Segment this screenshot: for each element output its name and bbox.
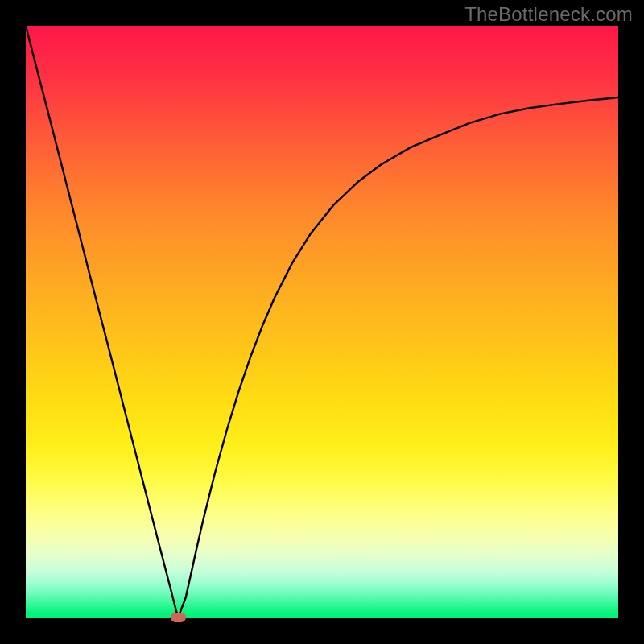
curve-layer [26,26,618,618]
chart-frame: TheBottleneck.com [0,0,644,644]
watermark-text: TheBottleneck.com [464,3,633,26]
minimum-point-marker [171,613,186,622]
bottleneck-curve [26,26,618,617]
